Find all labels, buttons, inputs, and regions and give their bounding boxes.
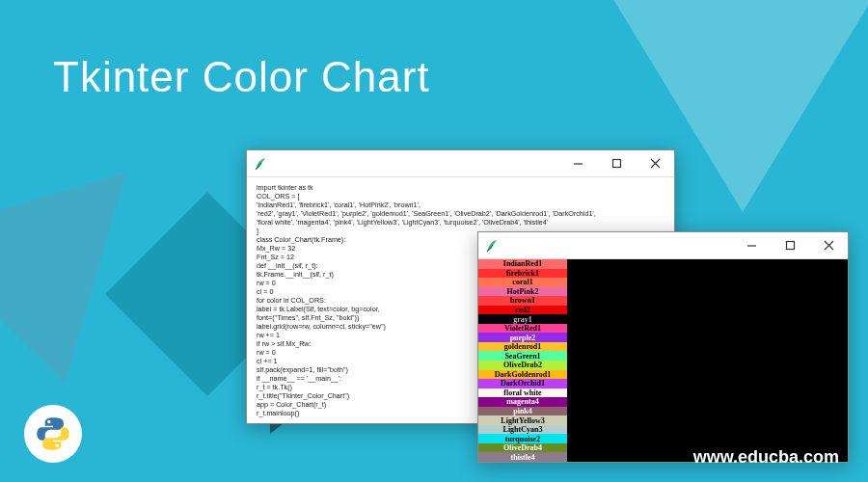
color-swatch: magenta4 bbox=[478, 397, 567, 407]
color-swatch: DarkGoldenrod1 bbox=[478, 370, 567, 380]
color-chart-blank-area bbox=[567, 259, 848, 462]
page-title: Tkinter Color Chart bbox=[53, 53, 430, 101]
color-swatch: brown1 bbox=[478, 296, 567, 306]
tk-feather-icon bbox=[484, 238, 500, 254]
color-swatch: firebrick1 bbox=[478, 269, 567, 279]
color-swatch: HotPink2 bbox=[478, 287, 567, 297]
color-swatch: thistle4 bbox=[478, 452, 567, 462]
maximize-button[interactable] bbox=[597, 150, 636, 177]
color-chart-body: IndianRed1firebrick1coral1HotPink2brown1… bbox=[478, 259, 848, 462]
minimize-button[interactable] bbox=[558, 150, 597, 177]
color-swatch: purple2 bbox=[478, 333, 567, 342]
window-controls bbox=[732, 232, 848, 259]
color-swatch: coral1 bbox=[478, 278, 567, 287]
color-swatch: gray1 bbox=[478, 314, 567, 324]
color-swatch: floral white bbox=[478, 388, 567, 398]
color-swatch: VioletRed1 bbox=[478, 324, 567, 334]
color-swatch-column: IndianRed1firebrick1coral1HotPink2brown1… bbox=[478, 259, 567, 462]
color-swatch: pink4 bbox=[478, 407, 567, 416]
close-button[interactable] bbox=[809, 232, 848, 259]
color-swatch: DarkOrchid1 bbox=[478, 379, 567, 388]
minimize-button[interactable] bbox=[732, 232, 771, 259]
python-logo-icon bbox=[24, 405, 82, 463]
footer-url: www.educba.com bbox=[693, 447, 839, 468]
tk-feather-icon bbox=[253, 156, 268, 172]
window-titlebar[interactable] bbox=[247, 150, 674, 177]
color-swatch: LightCyan3 bbox=[478, 425, 567, 435]
close-button[interactable] bbox=[636, 150, 674, 177]
maximize-button[interactable] bbox=[771, 232, 809, 259]
color-swatch: OliveDrab4 bbox=[478, 443, 567, 453]
svg-rect-5 bbox=[786, 242, 794, 250]
svg-rect-1 bbox=[612, 160, 620, 168]
window-titlebar[interactable] bbox=[478, 232, 848, 259]
color-swatch: SeaGreen1 bbox=[478, 351, 567, 361]
color-swatch: red2 bbox=[478, 306, 567, 315]
color-swatch: goldenrod1 bbox=[478, 342, 567, 352]
window-controls bbox=[558, 150, 674, 177]
color-swatch: IndianRed1 bbox=[478, 259, 567, 269]
color-swatch: LightYellow3 bbox=[478, 415, 567, 425]
color-chart-window: IndianRed1firebrick1coral1HotPink2brown1… bbox=[477, 231, 849, 463]
color-swatch: OliveDrab2 bbox=[478, 361, 567, 370]
color-swatch: turquoise2 bbox=[478, 434, 567, 443]
